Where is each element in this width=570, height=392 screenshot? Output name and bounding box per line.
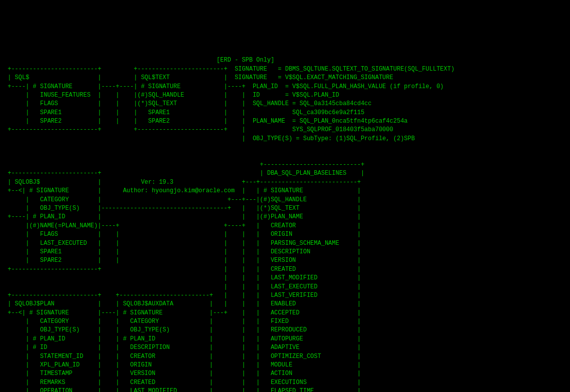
diagram-text: [ERD - SPB Only] +----------------------… — [4, 56, 566, 392]
diagram-container: [ERD - SPB Only] +----------------------… — [4, 39, 566, 392]
